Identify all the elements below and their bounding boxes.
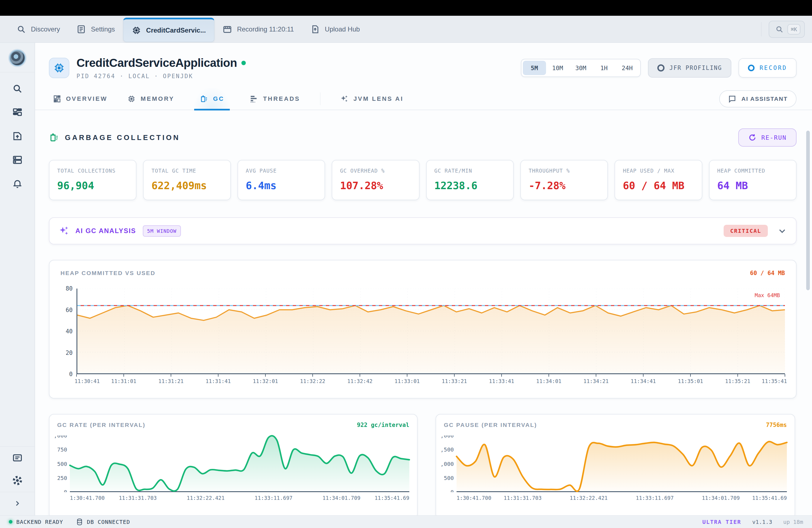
sidebar-expand-button[interactable] xyxy=(13,499,21,509)
stat-label: AVG PAUSE xyxy=(246,167,317,174)
cpu-chip-icon xyxy=(53,62,65,74)
chart-xtick: 11:34:01.709 xyxy=(702,495,740,501)
chart-ytick: 1,000 xyxy=(440,460,454,467)
sidebar-storage-icon[interactable] xyxy=(12,155,23,165)
ai-gc-analysis-title: AI GC ANALYSIS xyxy=(75,227,136,235)
stat-gc-rate: GC RATE/MIN 12238.6 xyxy=(426,160,514,200)
chart-ytick: 0 xyxy=(54,489,67,492)
heap-xtick-mark xyxy=(171,374,171,377)
tab-jvm-lens-ai[interactable]: JVM LENS AI xyxy=(340,88,404,110)
heap-xtick-mark xyxy=(454,374,454,377)
range-5m[interactable]: 5M xyxy=(523,61,546,75)
tab-settings[interactable]: Settings xyxy=(68,16,123,43)
chart-xtick: 11:33:11.697 xyxy=(255,495,292,501)
db-status: DB CONNECTED xyxy=(76,518,130,526)
tab-threads[interactable]: THREADS xyxy=(250,88,300,110)
range-10m[interactable]: 10M xyxy=(546,61,569,75)
heap-xtick-mark xyxy=(549,374,549,377)
heap-xtick-mark xyxy=(737,374,738,377)
chevron-right-icon xyxy=(13,499,21,508)
tab-upload-hub[interactable]: Upload Hub xyxy=(302,16,368,43)
sparkles-icon xyxy=(340,95,349,103)
app-logo[interactable] xyxy=(10,50,25,66)
chart-ytick: 500 xyxy=(440,475,454,481)
section-tabs: OVERVIEW MEMORY GC THREADS JVM LENS xyxy=(35,88,812,110)
stat-avg-pause: AVG PAUSE 6.4ms xyxy=(237,160,325,200)
record-ring-icon xyxy=(748,64,755,71)
sidebar-dashboard-icon[interactable] xyxy=(12,107,23,118)
range-24h[interactable]: 24H xyxy=(615,61,639,75)
stat-value: 6.4ms xyxy=(246,180,317,192)
chart-xtick: 1:30:41.700 xyxy=(456,495,491,501)
heap-xtick-mark xyxy=(360,374,360,377)
heap-x-axis: 11:30:4111:31:0111:31:2111:31:4111:32:01… xyxy=(76,374,785,385)
record-button[interactable]: RECORD xyxy=(739,58,797,78)
heap-xtick: 11:32:01 xyxy=(253,378,278,384)
memory-chip-icon xyxy=(127,95,135,103)
gc-trash-icon xyxy=(200,95,208,103)
gc-pause-chart-title: GC PAUSE (PER INTERVAL) xyxy=(440,422,537,428)
global-search-button[interactable]: ⌘K xyxy=(769,21,805,38)
gc-pause-x-axis: 1:30:41.70011:31:31.70311:32:22.42111:33… xyxy=(456,492,787,502)
heap-xtick: 11:34:21 xyxy=(583,378,609,384)
ai-assistant-button[interactable]: AI ASSISTANT xyxy=(719,90,797,107)
heap-xtick: 11:34:01 xyxy=(536,378,562,384)
gc-rate-chart-value: 922 gc/interval xyxy=(357,422,409,428)
jfr-profiling-button[interactable]: JFR PROFILING xyxy=(648,58,731,78)
tab-recording[interactable]: Recording 11:20:11 xyxy=(214,16,302,43)
range-1h[interactable]: 1H xyxy=(592,61,615,75)
main-panel: CreditCardServiceApplication PID 42764 ·… xyxy=(35,43,812,515)
chart-xtick: 1:30:41.700 xyxy=(70,495,105,501)
app-window: Discovery Settings CreditCardServic... R… xyxy=(0,0,812,528)
stat-cards-row: TOTAL COLLECTIONS 96,904 TOTAL GC TIME 6… xyxy=(49,160,797,200)
sidebar-settings-gear-icon[interactable] xyxy=(12,475,23,486)
chat-bubble-icon xyxy=(728,95,736,103)
film-recording-icon xyxy=(222,25,232,34)
tab-gc-active[interactable]: GC xyxy=(194,88,230,110)
backend-status-label: BACKEND READY xyxy=(16,518,63,525)
page-title: CreditCardServiceApplication xyxy=(76,56,237,70)
tab-creditcardservice-active[interactable]: CreditCardServic... xyxy=(123,18,214,42)
sidebar-notifications-icon[interactable] xyxy=(12,178,23,189)
tab-jvm-lens-ai-label: JVM LENS AI xyxy=(353,95,404,102)
tab-overview-label: OVERVIEW xyxy=(66,95,107,102)
search-icon xyxy=(17,25,26,34)
tab-discovery[interactable]: Discovery xyxy=(8,16,68,43)
heap-ytick: 0 xyxy=(69,371,73,378)
cpu-chip-icon xyxy=(132,26,141,35)
gc-pause-chart-svg xyxy=(456,436,787,491)
heap-xtick: 11:35:21 xyxy=(725,378,750,384)
gc-pause-plot-area xyxy=(456,436,787,492)
heap-xtick: 11:35:41 xyxy=(762,378,787,384)
ai-gc-analysis-panel[interactable]: AI GC ANALYSIS 5M WINDOW CRITICAL xyxy=(49,217,797,245)
heap-ytick: 40 xyxy=(66,328,73,335)
heap-xtick-mark xyxy=(785,374,785,377)
stat-label: THROUGHPUT % xyxy=(528,167,599,174)
stat-label: GC RATE/MIN xyxy=(434,167,505,174)
tab-overview[interactable]: OVERVIEW xyxy=(53,88,107,110)
online-status-dot xyxy=(242,61,246,65)
stat-gc-overhead: GC OVERHEAD % 107.28% xyxy=(332,160,419,200)
sidebar-upload-icon[interactable] xyxy=(12,131,23,142)
heap-xtick: 11:31:21 xyxy=(158,378,184,384)
sidebar-search-icon[interactable] xyxy=(12,84,23,94)
heap-xtick: 11:33:01 xyxy=(394,378,420,384)
heap-xtick: 11:32:22 xyxy=(300,378,325,384)
range-30m[interactable]: 30M xyxy=(569,61,592,75)
tabs-divider xyxy=(320,92,320,105)
stat-value: 96,904 xyxy=(57,180,128,192)
tab-memory[interactable]: MEMORY xyxy=(127,88,174,110)
tab-creditcardservice-label: CreditCardServic... xyxy=(146,27,206,34)
heap-xtick-mark xyxy=(596,374,596,377)
gc-trash-icon xyxy=(49,133,59,143)
sidebar-divider xyxy=(0,72,35,72)
ai-assistant-label: AI ASSISTANT xyxy=(741,96,788,102)
chevron-down-icon[interactable] xyxy=(778,226,787,235)
sidebar-logs-icon[interactable] xyxy=(12,453,23,463)
scrollbar-thumb[interactable] xyxy=(806,131,810,290)
rerun-button[interactable]: RE-RUN xyxy=(738,128,797,147)
tab-discovery-label: Discovery xyxy=(31,25,60,33)
chart-ytick: 1,500 xyxy=(440,446,454,453)
sidebar xyxy=(0,43,35,515)
heap-chart-title: HEAP COMMITTED VS USED xyxy=(57,270,156,276)
